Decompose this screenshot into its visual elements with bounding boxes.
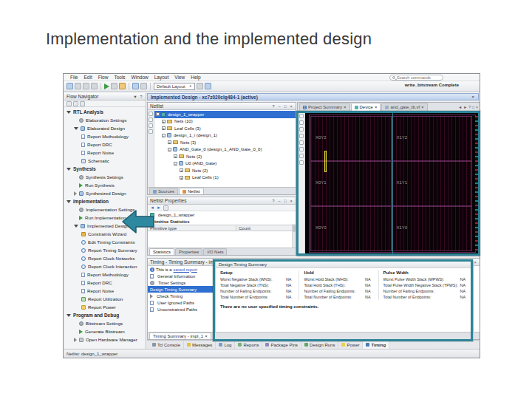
menu-file[interactable]: File [67,75,81,80]
settings-icon[interactable] [140,83,147,89]
maximize-icon[interactable]: □ [472,105,474,109]
flow-item-elaboration-settings[interactable]: Elaboration Settings [64,116,146,124]
expand-box-icon[interactable]: + [162,120,166,123]
tab-io-nets[interactable]: I/O Nets [203,248,227,255]
expand-box-icon[interactable]: + [162,126,166,130]
run-icon[interactable] [104,83,109,89]
tab-messages[interactable]: Messages [184,341,216,349]
collapse-box-icon[interactable]: − [174,162,177,166]
menu-edit[interactable]: Edit [81,75,95,80]
maximize-icon[interactable]: □ [283,198,287,204]
saved-report-link[interactable]: saved report [174,267,197,272]
minimize-icon[interactable]: – [277,103,282,109]
tab-properties[interactable]: Properties [175,248,202,255]
netlist-row-leaf-cells[interactable]: +Leaf Cells (3) [154,125,296,132]
flow-item-schematic[interactable]: Schematic [64,157,146,165]
column-primitive-type[interactable]: Primitive type [148,225,236,231]
help-icon[interactable]: ? [468,105,471,109]
timing-tree-user-ignored-paths[interactable]: User Ignored Paths [148,299,214,306]
stop-icon[interactable] [119,83,126,89]
flow-item-run-synthesis[interactable]: Run Synthesis [64,181,146,189]
tab-power[interactable]: Power [338,341,363,349]
collapse-box-icon[interactable]: − [156,112,160,116]
properties-object[interactable]: design_1_wrapper [148,211,296,218]
redo-icon[interactable] [91,83,98,89]
tab-package-pins[interactable]: Package Pins [262,341,301,349]
scrollbar-thumb[interactable] [293,225,296,232]
timing-tree-timer-settings[interactable]: Timer Settings [148,279,214,286]
dashboard-icon[interactable] [132,83,139,89]
netlist-row-nets[interactable]: +Nets (10) [154,118,296,126]
help-icon[interactable]: ? [271,103,276,109]
tab-and-gate-tb[interactable]: and_gate_tb.vf× [381,103,427,111]
close-icon[interactable]: × [205,334,208,338]
open-project-icon[interactable] [66,83,73,89]
flow-item-synthesis[interactable]: Synthesis [64,165,146,173]
flow-item-synthesized-design[interactable]: Synthesized Design [64,189,146,197]
flow-item-report-clock-networks[interactable]: Report Clock Networks [64,254,146,262]
expand-all-icon[interactable] [149,117,153,122]
expand-box-icon[interactable]: + [174,154,177,158]
expand-box-icon[interactable]: + [180,168,183,172]
save-icon[interactable] [75,83,81,89]
search-box[interactable] [389,75,443,81]
forward-icon[interactable]: ► [463,105,467,109]
help-icon[interactable]: ? [139,94,143,100]
close-icon[interactable]: × [471,94,475,100]
layout-selector[interactable]: Default Layout ▼ [154,83,195,90]
timing-tree-design-timing-summary[interactable]: Design Timing Summary [148,286,214,293]
flow-item-bitstream-settings[interactable]: Bitstream Settings [64,319,146,327]
flow-item-open-hardware-manager[interactable]: Open Hardware Manager [64,335,146,344]
flow-item-report-methodology[interactable]: Report Methodology [64,132,146,140]
flow-item-elaborated-design[interactable]: Elaborated Design [64,124,146,132]
flow-item-edit-timing-constraints[interactable]: Edit Timing Constraints [64,238,146,246]
close-icon[interactable]: × [344,105,347,109]
run-status-text[interactable]: write_bitstream Complete [405,83,459,87]
collapse-box-icon[interactable]: − [168,148,171,151]
close-icon[interactable]: × [476,105,478,109]
tab-timing[interactable]: Timing [363,341,389,349]
minimize-icon[interactable]: – [277,198,282,204]
netlist-row-nets[interactable]: +Nets (2) [154,153,296,160]
flow-item-program-and-debug[interactable]: Program and Debug [64,311,146,319]
netlist-row-nets[interactable]: +Nets (3) [154,139,296,146]
menu-window[interactable]: Window [129,75,151,80]
search-icon[interactable] [66,101,72,106]
netlist-row-nets[interactable]: +Nets (2) [154,167,296,174]
flow-item-generate-bitstream[interactable]: Generate Bitstream [64,327,146,335]
flow-item-synthesis-settings[interactable]: Synthesis Settings [64,173,146,181]
flow-item-report-clock-interaction[interactable]: Report Clock Interaction [64,262,146,270]
close-icon[interactable]: × [289,198,293,204]
expand-all-icon[interactable] [80,101,85,106]
collapse-box-icon[interactable]: − [162,134,166,137]
tab-tcl-console[interactable]: Tcl Console [149,341,184,349]
flow-item-report-power[interactable]: Report Power [64,303,146,311]
netlist-row-leaf-cells[interactable]: +Leaf Cells (1) [154,174,296,182]
maximize-icon[interactable]: □ [283,103,287,109]
menu-layout[interactable]: Layout [151,75,172,80]
tab-project-summary[interactable]: ΣProject Summary× [299,103,350,111]
flow-item-report-drc-impl[interactable]: Report DRC [64,279,146,287]
timing-tree-general-information[interactable]: General Information [148,273,214,279]
tab-device[interactable]: Device× [351,103,381,111]
column-count[interactable]: Count [236,225,296,231]
netlist-row-and-gate-0[interactable]: −AND_Gate_0 (design_1_AND_Gate_0_0) [154,146,296,154]
flow-item-report-methodology-impl[interactable]: Report Methodology [64,270,146,279]
tab-timing-summary-impl1[interactable]: Timing Summary - impl_1 × [149,332,211,339]
help-icon[interactable]: ? [271,198,276,204]
collapse-all-icon[interactable] [73,101,78,106]
flow-item-report-drc[interactable]: Report DRC [64,140,146,149]
expand-box-icon[interactable]: + [168,140,171,144]
flow-item-rtl-analysis[interactable]: RTL Analysis [64,108,146,116]
close-icon[interactable]: × [375,105,378,109]
tab-design-runs[interactable]: Design Runs [301,341,338,349]
zoom-icon[interactable] [197,83,203,89]
flow-item-report-utilization[interactable]: Report Utilization [64,295,146,303]
scroll-to-icon[interactable] [149,129,153,134]
settings-icon[interactable] [163,205,168,211]
forward-icon[interactable]: ► [157,205,161,210]
collapse-icon[interactable]: ▼ [133,94,137,100]
netlist-row-design-1-wrapper[interactable]: −design_1_wrapper [154,111,296,118]
tab-sources[interactable]: Sources [149,188,178,194]
menu-help[interactable]: Help [188,75,203,80]
